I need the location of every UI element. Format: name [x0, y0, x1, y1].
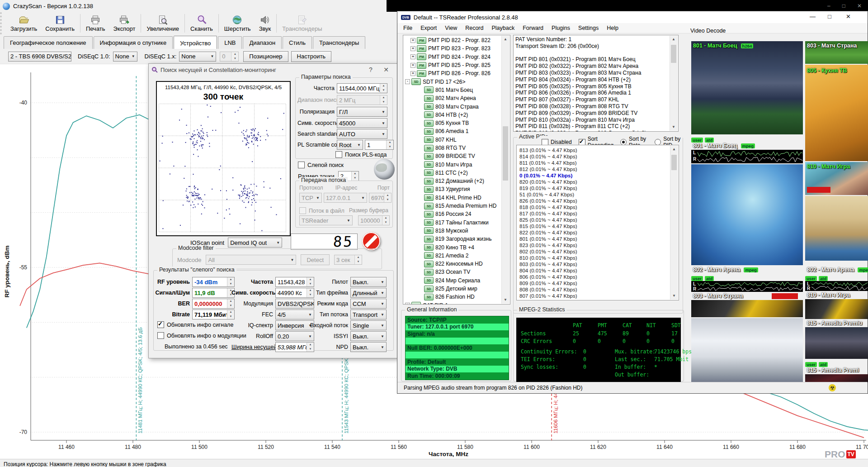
- menu-forward[interactable]: Forward: [519, 25, 547, 31]
- scroll-down-icon[interactable]: ▼: [502, 296, 509, 304]
- expand-icon[interactable]: +: [410, 38, 415, 43]
- menu-playback[interactable]: Playback: [487, 25, 519, 31]
- toolbar-button-sound[interactable]: Звук: [255, 12, 275, 34]
- result1-3-spinner[interactable]: 0,0000000▲▼: [192, 299, 235, 309]
- position-spinner[interactable]: 0▲▼: [220, 52, 239, 62]
- tree-item[interactable]: +PMPMT PID 823 - Progr. 823: [404, 44, 502, 52]
- tab-1[interactable]: Географическое положение: [4, 36, 93, 49]
- scroll-up-icon[interactable]: ▲: [670, 146, 678, 153]
- tsreader-minimize-icon[interactable]: —: [810, 13, 816, 20]
- toolbar-button-open[interactable]: Загрузить: [6, 12, 41, 34]
- pid-row[interactable]: 804 (0.01% ~ 4.47 Kbps): [519, 267, 676, 274]
- result3-5-select[interactable]: Single▼: [350, 320, 387, 330]
- pid-row[interactable]: 801 (0.01% ~ 4.47 Kbps): [519, 236, 676, 242]
- modcode-select[interactable]: All▼: [206, 255, 296, 265]
- spinner-arrows[interactable]: ▲▼: [382, 216, 389, 225]
- toolbar-button-zoomdoc[interactable]: Увеличение: [142, 12, 183, 34]
- tree-item[interactable]: SD804 НТВ (+2): [404, 111, 502, 119]
- pat-info-panel[interactable]: PAT Version Number: 1Transport Stream ID…: [513, 35, 679, 132]
- carrier-width-spinner[interactable]: 53,988 МГц▲▼: [275, 342, 314, 352]
- blind-search[interactable]: Слепой поиск: [298, 162, 344, 168]
- dialog-close-button[interactable]: ✕: [379, 64, 393, 76]
- tree-item[interactable]: SD812 Домашний (+2): [404, 177, 502, 185]
- tree-item[interactable]: SD823 Ocean TV: [404, 268, 502, 276]
- tree-scrollbar[interactable]: ▲ ▼: [501, 36, 509, 304]
- menu-settings[interactable]: Settings: [574, 25, 603, 31]
- pls-search-checkbox[interactable]: [335, 151, 342, 158]
- pid-row[interactable]: 806 (0.01% ~ 4.47 Kbps): [519, 274, 676, 280]
- pid-row[interactable]: 813 (0.01% ~ 4.47 Kbps): [519, 147, 676, 153]
- expand-icon[interactable]: +: [410, 71, 415, 76]
- result3-2-select[interactable]: Длинный▼: [350, 288, 387, 298]
- result2-3-select[interactable]: DVBS2/QPSK▼: [275, 299, 314, 309]
- tree-item[interactable]: SD806 Amedia 1: [404, 127, 502, 135]
- spin-up-icon[interactable]: ▲: [382, 216, 389, 220]
- param-4-select[interactable]: 45000▼: [337, 118, 387, 128]
- result1-2-spinner[interactable]: 11,9 dB▲▼: [192, 288, 235, 298]
- spinner-arrows[interactable]: ▲▼: [351, 172, 359, 181]
- configure-button[interactable]: Настроить: [291, 51, 332, 62]
- pid-row[interactable]: 826 (0.01% ~ 4.47 Kbps): [519, 198, 676, 204]
- tab-3[interactable]: Устройство: [174, 36, 217, 49]
- toolbar-button-pad[interactable]: Транспондеры: [278, 12, 326, 34]
- param-3-select[interactable]: Г/Л▼: [337, 107, 387, 117]
- menu-plugins[interactable]: Plugins: [547, 25, 574, 31]
- toolbar-button-web[interactable]: Шерстить: [220, 12, 255, 34]
- spinner-arrows[interactable]: ▲▼: [384, 193, 391, 202]
- menu-view[interactable]: View: [441, 25, 461, 31]
- spinner-arrows[interactable]: ▲▼: [231, 52, 238, 61]
- tree-item[interactable]: SD819 Загородная жизнь: [404, 235, 502, 243]
- ip-select[interactable]: 127.0.0.1▼: [324, 193, 367, 203]
- close-icon[interactable]: ✕: [857, 3, 862, 9]
- tree-item[interactable]: SD818 Мужской: [404, 227, 502, 235]
- pids-scrollbar[interactable]: ▲ ▼: [670, 146, 678, 300]
- port-spinner[interactable]: 6970▲▼: [369, 193, 392, 203]
- tree-item[interactable]: +CACAT PID 1: [404, 301, 502, 305]
- spinner-arrows[interactable]: ▲▼: [380, 84, 387, 93]
- tsreader-titlebar[interactable]: DVB Default -- TSReader Professional 2.8…: [397, 11, 868, 24]
- expand-icon[interactable]: +: [410, 63, 415, 68]
- update-signal-info[interactable]: Обновлять инфо сигнале: [157, 321, 233, 328]
- tree-item[interactable]: SD820 Кино ТВ +4: [404, 243, 502, 251]
- result2-5-select[interactable]: Инверсия▼: [275, 320, 314, 330]
- tree-item[interactable]: SD817 Тайны Галактики: [404, 219, 502, 227]
- pid-row[interactable]: 814 (0.01% ~ 4.47 Kbps): [519, 153, 676, 160]
- detect-interval-spinner[interactable]: 3 сек▲▼: [334, 255, 362, 265]
- pid-row[interactable]: 819 (0.01% ~ 4.47 Kbps): [519, 185, 676, 191]
- param-6-select[interactable]: Root▼: [337, 140, 363, 150]
- param-1-spinner[interactable]: 11544,000 МГц▲▼: [337, 83, 387, 93]
- pat-scrollbar[interactable]: ▲ ▼: [670, 36, 678, 131]
- stop-icon[interactable]: [362, 232, 380, 250]
- pid-row[interactable]: 822 (0.01% ~ 4.47 Kbps): [519, 229, 676, 236]
- result3-1-select[interactable]: Выкл.▼: [350, 277, 387, 287]
- stream-to-file-checkbox[interactable]: [299, 207, 306, 214]
- spin-down-icon[interactable]: ▼: [384, 198, 391, 202]
- tree-item[interactable]: SD815 Amedia Premium HD: [404, 202, 502, 210]
- tree-item[interactable]: SD826 Fashion HD: [404, 293, 502, 301]
- result1-1-spinner[interactable]: -34 dBm▲▼: [192, 277, 235, 287]
- spin-up-icon[interactable]: ▲: [384, 193, 391, 198]
- tree-item[interactable]: +PMPMT PID 826 - Progr. 826: [404, 69, 502, 77]
- protocol-select[interactable]: TCP▼: [299, 193, 322, 203]
- spinner-arrows[interactable]: ▲▼: [307, 343, 314, 352]
- pid-row[interactable]: 807 (0.01% ~ 4.47 Kbps): [519, 293, 676, 299]
- tree-item[interactable]: SD813 Удмуртия: [404, 185, 502, 193]
- tuner-select[interactable]: 2 - TBS 6908 DVBS/S2 Tuner 0▼: [8, 52, 71, 62]
- iqscan-select[interactable]: Demod IQ out▼: [228, 238, 282, 248]
- spin-down-icon[interactable]: ▼: [382, 220, 389, 225]
- update-signal-info-checkbox[interactable]: [157, 321, 164, 328]
- toolbar-button-save[interactable]: Сохранить: [41, 12, 79, 34]
- pid-row[interactable]: 815 (0.01% ~ 4.47 Kbps): [519, 223, 676, 229]
- collapse-icon[interactable]: -: [405, 79, 410, 84]
- pid-row[interactable]: 812 (0.01% ~ 4.47 Kbps): [519, 166, 676, 172]
- tree-item[interactable]: SD821 Amedia 2: [404, 252, 502, 260]
- param-2-spinner[interactable]: 2 МГц▲▼: [337, 95, 387, 105]
- pid-row[interactable]: 808 (0.01% ~ 4.47 Kbps): [519, 286, 676, 293]
- pid-row[interactable]: 818 (0.01% ~ 4.47 Kbps): [519, 204, 676, 210]
- tsreader-close-icon[interactable]: ✕: [846, 13, 851, 20]
- result2-6-select[interactable]: 0.20▼: [275, 331, 314, 341]
- tab-4[interactable]: LNB: [218, 36, 242, 49]
- sort-by-pid-radio[interactable]: [655, 139, 661, 145]
- tree-item[interactable]: SD802 Матч Арена: [404, 94, 502, 102]
- minimize-icon[interactable]: –: [827, 3, 830, 9]
